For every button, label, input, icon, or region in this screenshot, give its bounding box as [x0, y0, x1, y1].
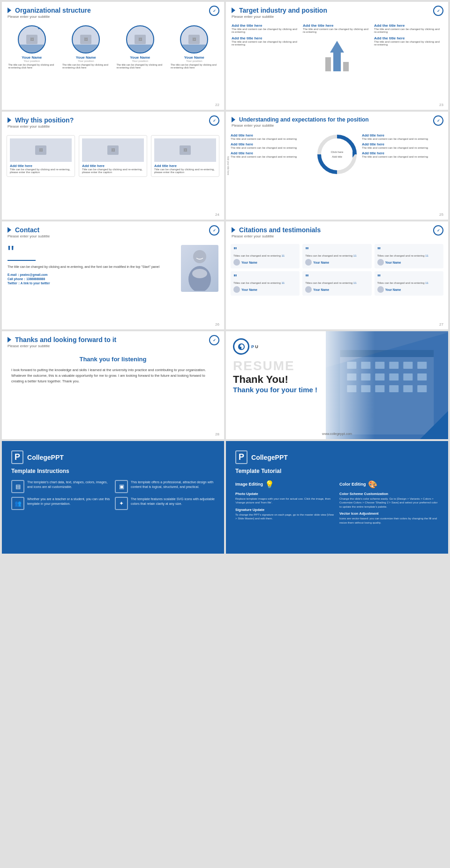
tutorial-logo-text: CollegePPT	[251, 454, 288, 461]
citation-text-1: Titles can be changed and re-entering 11	[233, 254, 297, 257]
citation-avatar	[305, 259, 312, 266]
slide-26-header: Contact Please enter your subtitle	[2, 221, 224, 241]
org-desc-pr: The title can be changed by clicking and…	[62, 63, 110, 69]
why-item-2: 🖼 Add title here Title can be changed by…	[79, 135, 147, 177]
slide-29: P U RESUME Thank You! Thank you for your…	[226, 331, 448, 439]
center-top-label: Add your title here	[227, 156, 230, 175]
citation-avatar	[377, 259, 384, 266]
resume-url: www.collegeppt.com	[226, 432, 448, 435]
tutorial-section-color: Color Editing 🎨 Color Scheme Customizati…	[339, 480, 439, 525]
org-member-it: IT 🖼 Youe Name Your position The title c…	[116, 25, 164, 69]
org-avatar-pr: PR 🖼	[72, 25, 100, 53]
title-arrow	[232, 227, 235, 233]
tutorial-section-header: Color Editing 🎨	[339, 480, 439, 490]
org-member-gd: GD 🖼 Youe Name Your position The title c…	[171, 25, 218, 69]
person-svg	[183, 246, 216, 291]
circle-diagram-svg: Click here Add title	[316, 133, 358, 175]
slide-number-25: 25	[439, 213, 443, 217]
citation-text-5: Titles can be changed and re-entering 11	[305, 282, 368, 284]
org-position-it: Your position	[116, 60, 164, 62]
quote-mark: "	[233, 274, 297, 282]
citation-avatar	[305, 286, 312, 293]
citations-grid: " Titles can be changed and re-entering …	[226, 241, 448, 298]
contact-photo	[181, 245, 218, 292]
slide-28-header: Thanks and looking forward to it Please …	[2, 331, 224, 351]
target-item-content: Add the title here The title and content…	[374, 23, 442, 33]
citation-text-3: Titles can be changed and re-entering 11	[377, 254, 441, 257]
quote-mark: "	[233, 247, 297, 254]
resume-logo-area: P U	[233, 338, 326, 355]
tutorial-sections: Image Editing 💡 Photo Update Replace tem…	[235, 480, 439, 525]
understanding-layout: Add title here The title and content can…	[226, 130, 448, 178]
org-badge-it: IT	[149, 25, 154, 29]
logo-badge-27: ✓	[433, 225, 443, 236]
citation-author-6: Your Name	[377, 286, 441, 293]
logo-badge-23: ✓	[433, 6, 443, 16]
quote-mark: "	[377, 247, 441, 254]
org-position-ceo: Your position	[8, 60, 55, 62]
u-item-r1: Add title here The title and content can…	[362, 133, 443, 140]
target-item-content: Add the title here The title and content…	[232, 36, 300, 46]
inst-logo-mark: P	[11, 450, 23, 464]
slide-27-title: Citations and testimonials	[232, 226, 442, 234]
img-placeholder: 🖼	[180, 145, 191, 155]
org-desc-gd: The title can be changed by clicking and…	[171, 63, 218, 69]
target-item-1: Add the title here The title and content…	[232, 23, 300, 33]
slide-22-title: Organizational structure	[8, 7, 218, 14]
chart-area	[303, 36, 371, 74]
org-desc-it: The title can be changed by clicking and…	[116, 63, 164, 69]
tutorial-logo: P CollegePPT	[235, 450, 439, 464]
tutorial-image-icon: 💡	[265, 480, 274, 489]
slide-22: Organizational structure Please enter yo…	[2, 2, 224, 110]
logo-badge-28: ✓	[209, 335, 219, 345]
inst-title: Template Instructions	[11, 468, 215, 474]
citation-author-3: Your Name	[377, 259, 441, 266]
org-desc-ceo: The title can be changed by clicking and…	[8, 63, 55, 69]
understanding-center: Click here Add title Add your title here	[316, 133, 358, 175]
resume-thanks-blue: Thank you for your time !	[233, 386, 326, 394]
svg-rect-1	[325, 57, 331, 71]
why-grid: 🖼 Add title here Title can be changed by…	[2, 131, 224, 181]
slide-23-title: Target industry and position	[232, 7, 442, 14]
svg-point-9	[192, 269, 207, 278]
slide-27-subtitle: Please enter your subtitle	[232, 234, 442, 238]
citation-3: " Titles can be changed and re-entering …	[375, 244, 443, 268]
citation-author-1: Your Name	[233, 259, 297, 266]
org-name-it: Youe Name	[116, 55, 164, 60]
slide-number-28: 28	[215, 432, 219, 436]
slide-25-subtitle: Please enter your subtitle	[232, 123, 442, 128]
title-arrow	[8, 227, 11, 233]
contact-main-text: The title can be changed by clicking and…	[8, 265, 176, 269]
inst-feature-2: ▣ This template offers a professional, a…	[115, 480, 215, 493]
target-item-5: Add the title here The title and content…	[374, 36, 442, 74]
slide-26: Contact Please enter your subtitle ✓ " T…	[2, 221, 224, 329]
img-placeholder: 🖼	[107, 145, 119, 155]
quote-mark: "	[305, 247, 368, 254]
citation-1: " Titles can be changed and re-entering …	[231, 244, 300, 268]
org-name-pr: Youe Name	[62, 55, 110, 60]
svg-point-7	[193, 250, 206, 263]
slide-28: Thanks and looking forward to it Please …	[2, 331, 224, 439]
inst-features: ▤ The template's chart data, text, shape…	[11, 480, 215, 510]
citation-text-4: Titles can be changed and re-entering 11	[233, 282, 297, 284]
title-arrow	[8, 337, 11, 343]
slide-27-header: Citations and testimonials Please enter …	[226, 221, 448, 241]
tutorial-slide: P CollegePPT Template Tutorial Image Edi…	[226, 441, 448, 554]
logo-badge-24: ✓	[209, 115, 219, 126]
thanks-text: I look forward to putting the knowledge …	[11, 367, 215, 384]
slide-23: Target industry and position Please ente…	[226, 2, 448, 110]
understanding-right: Add title here The title and content can…	[362, 133, 443, 175]
slide-22-subtitle: Please enter your subtitle	[8, 15, 218, 19]
u-item-l1: Add title here The title and content can…	[231, 133, 312, 140]
slide-24-title: Why this position?	[8, 116, 218, 124]
resume-logo-circle	[233, 338, 249, 355]
inst-logo: P CollegePPT	[11, 450, 215, 464]
u-item-l3: Add title here The title and content can…	[231, 151, 312, 158]
citation-text-6: Titles can be changed and re-entering 11	[377, 282, 441, 284]
slide-26-subtitle: Please enter your subtitle	[8, 234, 218, 238]
quote-mark: "	[377, 274, 441, 282]
slide-28-title: Thanks and looking forward to it	[8, 336, 218, 343]
slide-25-title: Understanding and expectations for the p…	[232, 116, 442, 123]
contact-phone: Call phone：13888888888	[8, 277, 176, 282]
citation-text-2: Titles can be changed and re-entering 11	[305, 254, 368, 257]
